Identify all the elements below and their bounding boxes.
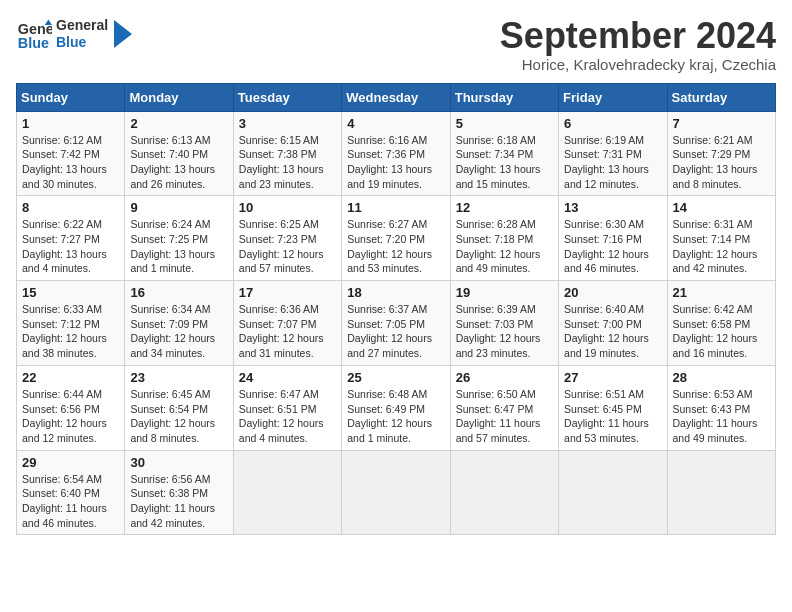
svg-text:Blue: Blue [18, 35, 49, 51]
header-friday: Friday [559, 83, 667, 111]
logo: General Blue General Blue [16, 16, 132, 52]
calendar-cell: 9Sunrise: 6:24 AMSunset: 7:25 PMDaylight… [125, 196, 233, 281]
day-number: 6 [564, 116, 661, 131]
header-tuesday: Tuesday [233, 83, 341, 111]
day-number: 3 [239, 116, 336, 131]
day-number: 1 [22, 116, 119, 131]
calendar-cell: 8Sunrise: 6:22 AMSunset: 7:27 PMDaylight… [17, 196, 125, 281]
calendar-row-3: 15Sunrise: 6:33 AMSunset: 7:12 PMDayligh… [17, 281, 776, 366]
day-number: 26 [456, 370, 553, 385]
calendar-cell: 17Sunrise: 6:36 AMSunset: 7:07 PMDayligh… [233, 281, 341, 366]
calendar-cell: 20Sunrise: 6:40 AMSunset: 7:00 PMDayligh… [559, 281, 667, 366]
logo-text: General [56, 17, 108, 34]
calendar-cell [559, 450, 667, 535]
calendar-cell: 7Sunrise: 6:21 AMSunset: 7:29 PMDaylight… [667, 111, 775, 196]
day-number: 12 [456, 200, 553, 215]
calendar-cell: 26Sunrise: 6:50 AMSunset: 6:47 PMDayligh… [450, 365, 558, 450]
calendar-cell: 14Sunrise: 6:31 AMSunset: 7:14 PMDayligh… [667, 196, 775, 281]
day-info: Sunrise: 6:42 AMSunset: 6:58 PMDaylight:… [673, 302, 770, 361]
day-info: Sunrise: 6:39 AMSunset: 7:03 PMDaylight:… [456, 302, 553, 361]
day-number: 4 [347, 116, 444, 131]
calendar-cell: 24Sunrise: 6:47 AMSunset: 6:51 PMDayligh… [233, 365, 341, 450]
calendar-cell: 30Sunrise: 6:56 AMSunset: 6:38 PMDayligh… [125, 450, 233, 535]
day-info: Sunrise: 6:51 AMSunset: 6:45 PMDaylight:… [564, 387, 661, 446]
day-number: 2 [130, 116, 227, 131]
calendar-cell: 22Sunrise: 6:44 AMSunset: 6:56 PMDayligh… [17, 365, 125, 450]
day-number: 21 [673, 285, 770, 300]
day-number: 17 [239, 285, 336, 300]
day-info: Sunrise: 6:54 AMSunset: 6:40 PMDaylight:… [22, 472, 119, 531]
calendar-cell [667, 450, 775, 535]
calendar-title: September 2024 [500, 16, 776, 56]
header-monday: Monday [125, 83, 233, 111]
calendar-cell: 27Sunrise: 6:51 AMSunset: 6:45 PMDayligh… [559, 365, 667, 450]
calendar-cell: 5Sunrise: 6:18 AMSunset: 7:34 PMDaylight… [450, 111, 558, 196]
day-info: Sunrise: 6:27 AMSunset: 7:20 PMDaylight:… [347, 217, 444, 276]
header-saturday: Saturday [667, 83, 775, 111]
day-number: 7 [673, 116, 770, 131]
day-info: Sunrise: 6:56 AMSunset: 6:38 PMDaylight:… [130, 472, 227, 531]
day-number: 9 [130, 200, 227, 215]
day-info: Sunrise: 6:22 AMSunset: 7:27 PMDaylight:… [22, 217, 119, 276]
day-number: 29 [22, 455, 119, 470]
calendar-cell: 10Sunrise: 6:25 AMSunset: 7:23 PMDayligh… [233, 196, 341, 281]
day-info: Sunrise: 6:34 AMSunset: 7:09 PMDaylight:… [130, 302, 227, 361]
day-info: Sunrise: 6:36 AMSunset: 7:07 PMDaylight:… [239, 302, 336, 361]
day-info: Sunrise: 6:30 AMSunset: 7:16 PMDaylight:… [564, 217, 661, 276]
calendar-row-2: 8Sunrise: 6:22 AMSunset: 7:27 PMDaylight… [17, 196, 776, 281]
header-thursday: Thursday [450, 83, 558, 111]
day-number: 27 [564, 370, 661, 385]
calendar-cell: 16Sunrise: 6:34 AMSunset: 7:09 PMDayligh… [125, 281, 233, 366]
calendar-cell: 3Sunrise: 6:15 AMSunset: 7:38 PMDaylight… [233, 111, 341, 196]
calendar-cell: 28Sunrise: 6:53 AMSunset: 6:43 PMDayligh… [667, 365, 775, 450]
calendar-cell [450, 450, 558, 535]
calendar-cell: 15Sunrise: 6:33 AMSunset: 7:12 PMDayligh… [17, 281, 125, 366]
day-info: Sunrise: 6:50 AMSunset: 6:47 PMDaylight:… [456, 387, 553, 446]
calendar-cell: 25Sunrise: 6:48 AMSunset: 6:49 PMDayligh… [342, 365, 450, 450]
title-area: September 2024 Horice, Kralovehradecky k… [500, 16, 776, 73]
calendar-cell: 6Sunrise: 6:19 AMSunset: 7:31 PMDaylight… [559, 111, 667, 196]
calendar-subtitle: Horice, Kralovehradecky kraj, Czechia [500, 56, 776, 73]
calendar-cell: 23Sunrise: 6:45 AMSunset: 6:54 PMDayligh… [125, 365, 233, 450]
day-info: Sunrise: 6:13 AMSunset: 7:40 PMDaylight:… [130, 133, 227, 192]
calendar-cell: 21Sunrise: 6:42 AMSunset: 6:58 PMDayligh… [667, 281, 775, 366]
calendar-row-4: 22Sunrise: 6:44 AMSunset: 6:56 PMDayligh… [17, 365, 776, 450]
day-info: Sunrise: 6:53 AMSunset: 6:43 PMDaylight:… [673, 387, 770, 446]
day-info: Sunrise: 6:44 AMSunset: 6:56 PMDaylight:… [22, 387, 119, 446]
day-number: 25 [347, 370, 444, 385]
day-number: 23 [130, 370, 227, 385]
logo-icon: General Blue [16, 16, 52, 52]
day-info: Sunrise: 6:18 AMSunset: 7:34 PMDaylight:… [456, 133, 553, 192]
day-number: 28 [673, 370, 770, 385]
day-number: 15 [22, 285, 119, 300]
day-info: Sunrise: 6:25 AMSunset: 7:23 PMDaylight:… [239, 217, 336, 276]
day-number: 24 [239, 370, 336, 385]
day-number: 5 [456, 116, 553, 131]
day-number: 13 [564, 200, 661, 215]
day-number: 10 [239, 200, 336, 215]
day-info: Sunrise: 6:19 AMSunset: 7:31 PMDaylight:… [564, 133, 661, 192]
day-info: Sunrise: 6:21 AMSunset: 7:29 PMDaylight:… [673, 133, 770, 192]
day-info: Sunrise: 6:48 AMSunset: 6:49 PMDaylight:… [347, 387, 444, 446]
calendar-cell: 1Sunrise: 6:12 AMSunset: 7:42 PMDaylight… [17, 111, 125, 196]
header-wednesday: Wednesday [342, 83, 450, 111]
day-number: 8 [22, 200, 119, 215]
days-header-row: Sunday Monday Tuesday Wednesday Thursday… [17, 83, 776, 111]
calendar-row-1: 1Sunrise: 6:12 AMSunset: 7:42 PMDaylight… [17, 111, 776, 196]
calendar-cell [342, 450, 450, 535]
day-info: Sunrise: 6:16 AMSunset: 7:36 PMDaylight:… [347, 133, 444, 192]
day-info: Sunrise: 6:37 AMSunset: 7:05 PMDaylight:… [347, 302, 444, 361]
calendar-cell: 12Sunrise: 6:28 AMSunset: 7:18 PMDayligh… [450, 196, 558, 281]
day-info: Sunrise: 6:47 AMSunset: 6:51 PMDaylight:… [239, 387, 336, 446]
calendar-cell [233, 450, 341, 535]
header-sunday: Sunday [17, 83, 125, 111]
day-number: 11 [347, 200, 444, 215]
day-number: 19 [456, 285, 553, 300]
calendar-table: Sunday Monday Tuesday Wednesday Thursday… [16, 83, 776, 536]
day-number: 18 [347, 285, 444, 300]
logo-subtext: Blue [56, 34, 108, 51]
calendar-row-5: 29Sunrise: 6:54 AMSunset: 6:40 PMDayligh… [17, 450, 776, 535]
day-info: Sunrise: 6:45 AMSunset: 6:54 PMDaylight:… [130, 387, 227, 446]
day-info: Sunrise: 6:24 AMSunset: 7:25 PMDaylight:… [130, 217, 227, 276]
day-info: Sunrise: 6:33 AMSunset: 7:12 PMDaylight:… [22, 302, 119, 361]
